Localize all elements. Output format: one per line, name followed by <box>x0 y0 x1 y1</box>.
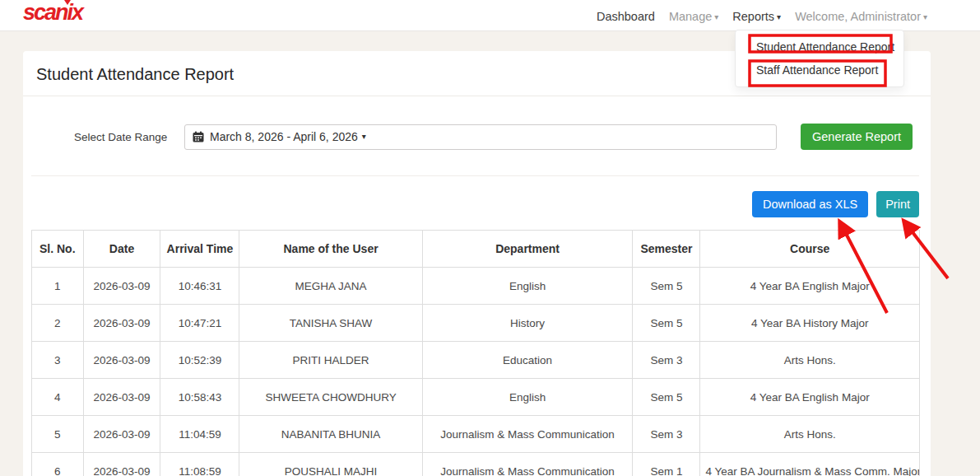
table-cell: English <box>422 379 633 416</box>
nav-item-manage[interactable]: Manage▾ <box>669 10 718 23</box>
table-cell: Arts Hons. <box>700 416 920 453</box>
export-actions-row: Download as XLS Print <box>23 191 931 217</box>
table-cell: Sem 1 <box>633 453 700 476</box>
table-cell: TANISHA SHAW <box>239 305 422 342</box>
table-row: 42026-03-0910:58:43SHWEETA CHOWDHURYEngl… <box>32 379 920 416</box>
table-cell: 10:46:31 <box>160 268 239 305</box>
table-cell: Sem 5 <box>633 268 700 305</box>
chevron-down-icon: ▾ <box>362 132 366 141</box>
table-cell: 4 Year BA Journalism & Mass Comm. Major <box>700 453 920 476</box>
attendance-table: Sl. No.DateArrival TimeName of the UserD… <box>31 230 920 476</box>
table-row: 62026-03-0911:08:59POUSHALI MAJHIJournal… <box>32 453 920 476</box>
chevron-down-icon: ▾ <box>714 12 718 21</box>
nav-item-reports-label: Reports <box>732 10 774 23</box>
chevron-down-icon: ▾ <box>923 12 927 21</box>
divider <box>31 175 919 176</box>
table-header-row: Sl. No.DateArrival TimeName of the UserD… <box>32 231 920 268</box>
table-cell: 4 Year BA English Major <box>700 268 920 305</box>
table-cell: PRITI HALDER <box>239 342 422 379</box>
table-header-cell: Name of the User <box>239 231 422 268</box>
table-cell: 10:47:21 <box>160 305 239 342</box>
table-cell: 11:04:59 <box>160 416 239 453</box>
table-cell: Arts Hons. <box>700 342 920 379</box>
table-cell: 4 Year BA English Major <box>700 379 920 416</box>
table-row: 32026-03-0910:52:39PRITI HALDEREducation… <box>32 342 920 379</box>
logo-accent-icon <box>64 0 71 5</box>
table-cell: 6 <box>32 453 84 476</box>
table-header-cell: Date <box>83 231 160 268</box>
nav-item-user-menu[interactable]: Welcome, Administrator▾ <box>795 10 927 23</box>
brand-logo-text: scanix <box>23 0 82 25</box>
table-cell: 2026-03-09 <box>83 305 160 342</box>
table-cell: Journalism & Mass Communication <box>422 453 633 476</box>
print-button[interactable]: Print <box>876 191 919 217</box>
generate-report-button[interactable]: Generate Report <box>801 124 913 150</box>
table-cell: 4 Year BA History Major <box>700 305 920 342</box>
table-cell: SHWEETA CHOWDHURY <box>239 379 422 416</box>
nav-item-reports[interactable]: Reports▾ <box>732 10 781 23</box>
table-cell: 1 <box>32 268 84 305</box>
table-cell: Sem 5 <box>633 379 700 416</box>
app-window: scanix Dashboard Manage▾ Reports▾ Welcom… <box>0 0 980 476</box>
table-cell: 10:58:43 <box>160 379 239 416</box>
nav-item-user-label: Welcome, Administrator <box>795 10 921 23</box>
nav-item-dashboard[interactable]: Dashboard <box>597 10 655 23</box>
table-cell: 2026-03-09 <box>83 379 160 416</box>
table-cell: 2026-03-09 <box>83 268 160 305</box>
table-header-cell: Semester <box>633 231 700 268</box>
calendar-icon <box>193 131 204 142</box>
table-cell: 4 <box>32 379 84 416</box>
table-cell: 5 <box>32 416 84 453</box>
date-range-value: March 8, 2026 - April 6, 2026 <box>210 130 358 143</box>
reports-dropdown-menu: Student Attendance Report Staff Attendan… <box>735 30 904 87</box>
table-header-cell: Arrival Time <box>160 231 239 268</box>
table-cell: 2026-03-09 <box>83 453 160 476</box>
nav-links: Dashboard Manage▾ Reports▾ Welcome, Admi… <box>597 8 927 23</box>
table-row: 12026-03-0910:46:31MEGHA JANAEnglishSem … <box>32 268 920 305</box>
date-range-input[interactable]: March 8, 2026 - April 6, 2026 ▾ <box>184 124 777 150</box>
date-range-label: Select Date Range <box>74 131 160 143</box>
top-navbar: scanix Dashboard Manage▾ Reports▾ Welcom… <box>0 0 980 31</box>
table-cell: Journalism & Mass Communication <box>422 416 633 453</box>
table-cell: 10:52:39 <box>160 342 239 379</box>
brand-logo[interactable]: scanix <box>23 2 82 24</box>
menu-item-student-attendance-report[interactable]: Student Attendance Report <box>736 35 903 58</box>
table-cell: 11:08:59 <box>160 453 239 476</box>
table-row: 22026-03-0910:47:21TANISHA SHAWHistorySe… <box>32 305 920 342</box>
table-cell: 3 <box>32 342 84 379</box>
download-xls-button[interactable]: Download as XLS <box>752 191 868 217</box>
table-header-cell: Department <box>422 231 633 268</box>
table-cell: English <box>422 268 633 305</box>
table-cell: Sem 5 <box>633 305 700 342</box>
table-cell: MEGHA JANA <box>239 268 422 305</box>
table-header-cell: Sl. No. <box>32 231 84 268</box>
table-cell: POUSHALI MAJHI <box>239 453 422 476</box>
nav-item-manage-label: Manage <box>669 10 712 23</box>
attendance-table-body: 12026-03-0910:46:31MEGHA JANAEnglishSem … <box>32 268 920 476</box>
table-cell: 2 <box>32 305 84 342</box>
content-panel: Student Attendance Report Select Date Ra… <box>23 51 931 476</box>
chevron-down-icon: ▾ <box>777 12 781 21</box>
date-filter-row: Select Date Range March 8, 2 <box>23 124 931 150</box>
table-cell: Sem 3 <box>633 416 700 453</box>
table-cell: 2026-03-09 <box>83 416 160 453</box>
table-cell: Sem 3 <box>633 342 700 379</box>
table-cell: Education <box>422 342 633 379</box>
table-header-cell: Course <box>700 231 920 268</box>
table-row: 52026-03-0911:04:59NABANITA BHUNIAJourna… <box>32 416 920 453</box>
menu-item-staff-attendance-report[interactable]: Staff Attendance Report <box>736 58 903 82</box>
table-cell: NABANITA BHUNIA <box>239 416 422 453</box>
table-cell: History <box>422 305 633 342</box>
table-cell: 2026-03-09 <box>83 342 160 379</box>
